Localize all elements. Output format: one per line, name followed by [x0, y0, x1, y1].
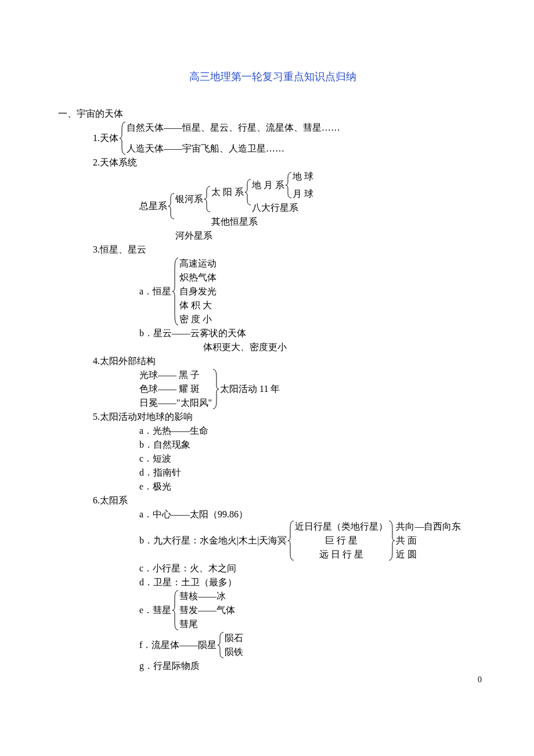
list-item: b．自然现象	[139, 438, 488, 452]
section-heading: 一、宇宙的天体	[58, 107, 488, 121]
tree-leaf: 地 球	[293, 170, 313, 183]
left-brace-icon	[287, 520, 295, 561]
list-item: 共 面	[396, 534, 461, 548]
tree-leaf: 其他恒星系	[211, 215, 313, 229]
left-brace-icon	[203, 185, 211, 213]
list-item: e．极光	[139, 480, 488, 494]
item-2-heading: 2.天体系统	[93, 156, 488, 170]
tree-leaf: 月 球	[293, 187, 313, 201]
left-brace-icon	[167, 192, 175, 220]
left-brace-icon	[244, 178, 252, 206]
list-item: 近 圆	[396, 548, 461, 561]
item-6f: f．流星体——陨星 陨石 陨铁	[139, 631, 488, 659]
item-4-group: 光球—— 黑 子 色球—— 耀 斑 日冕——"太阳风" 太阳活动 11 年	[139, 368, 488, 410]
item-1: 1.天体 自然天体——恒星、星云、行星、流星体、彗星…… 人造天体——宇宙飞船、…	[93, 121, 488, 156]
item-4-heading: 4.太阳外部结构	[93, 354, 488, 368]
left-brace-icon	[217, 631, 225, 659]
list-item: 色球—— 耀 斑	[139, 382, 212, 396]
list-item: 密 度 小	[179, 312, 217, 326]
item-1-label: 1.天体	[93, 132, 118, 145]
tree-root: 总星系	[139, 200, 167, 213]
list-item: 自身发光	[179, 285, 217, 298]
list-item: 彗尾	[179, 617, 235, 631]
item-6e: e．彗星 彗核——冰 彗发——气体 彗尾	[139, 589, 488, 631]
list-item: 体 积 大	[179, 298, 217, 312]
tree-leaf: 八大行星系	[252, 201, 313, 215]
item-6e-label: e．彗星	[139, 604, 171, 617]
list-item: d．指南针	[139, 466, 488, 480]
list-item: 近日行星（类地行星）	[295, 520, 388, 534]
left-brace-icon	[171, 589, 179, 631]
list-item: 彗发——气体	[179, 603, 235, 617]
item-6g: g．行星际物质	[139, 659, 488, 673]
page-number: 0	[478, 675, 482, 685]
item-3-heading: 3.恒星、星云	[93, 243, 488, 257]
list-item: 彗核——冰	[179, 589, 235, 603]
list-item: 高速运动	[179, 257, 217, 271]
tree-leaf: 河外星系	[175, 229, 313, 243]
item-5-heading: 5.太阳活动对地球的影响	[93, 410, 488, 424]
item-4-right: 太阳活动 11 年	[220, 382, 280, 396]
tree-node: 太 阳 系	[211, 185, 244, 199]
item-6-heading: 6.太阳系	[93, 494, 488, 507]
tree-node: 银河系	[175, 192, 203, 206]
item-3b-note: 体积更大、密度更小	[203, 340, 488, 354]
tree-node: 地 月 系	[252, 178, 284, 192]
celestial-system-tree: 总星系 银河系 太 阳 系 地 月 系 地 球	[139, 170, 488, 243]
list-item: 巨 行 星	[295, 534, 388, 548]
item-6f-label: f．流星体——陨星	[139, 639, 217, 651]
list-item: 自然天体——恒星、星云、行星、流星体、彗星……	[127, 121, 340, 135]
list-item: a．光热——生命	[139, 424, 488, 438]
list-item: 日冕——"太阳风"	[139, 396, 212, 410]
item-3b: b．星云——云雾状的天体	[139, 326, 488, 340]
item-6c: c．小行星：火、木之间	[139, 561, 488, 575]
list-item: 共向—自西向东	[396, 520, 461, 534]
list-item: 远 日 行 星	[295, 548, 388, 561]
list-item: 人造天体——宇宙飞船、人造卫星……	[127, 142, 340, 156]
item-6b-row: b．九大行星：水金地火|木土|天海冥 近日行星（类地行星） 巨 行 星 远 日 …	[139, 520, 488, 561]
item-3a-label: a．恒星	[139, 286, 171, 298]
list-item: 陨石	[225, 631, 243, 645]
right-brace-icon	[212, 368, 220, 410]
right-brace-icon	[388, 520, 396, 561]
list-item: 陨铁	[225, 645, 243, 659]
list-item: 炽热气体	[179, 271, 217, 285]
left-brace-icon	[118, 121, 127, 156]
left-brace-icon	[284, 171, 293, 199]
item-3a: a．恒星 高速运动 炽热气体 自身发光 体 积 大 密 度 小	[139, 257, 488, 326]
item-6d: d．卫星：土卫（最多）	[139, 575, 488, 589]
list-item: c．短波	[139, 452, 488, 466]
item-6b-label: b．九大行星：水金地火|木土|天海冥	[139, 535, 287, 547]
document-title: 高三地理第一轮复习重点知识点归纳	[58, 70, 488, 84]
list-item: 光球—— 黑 子	[139, 368, 212, 382]
left-brace-icon	[171, 257, 179, 326]
